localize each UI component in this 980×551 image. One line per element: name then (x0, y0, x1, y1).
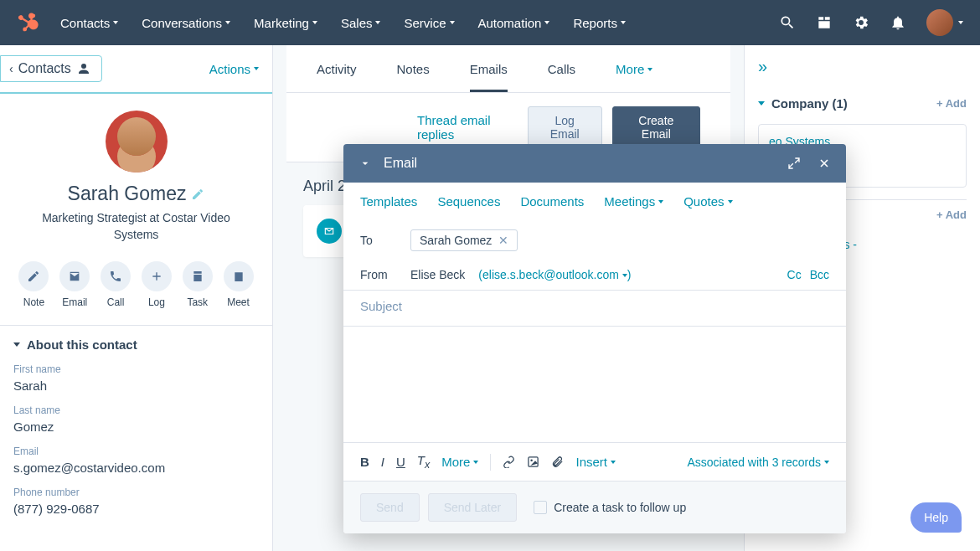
contact-action-row: Note Email Call Log Task Meet (0, 250, 272, 325)
compose-toolbar: Templates Sequences Documents Meetings Q… (343, 183, 846, 221)
activity-tabs: Activity Notes Emails Calls More (286, 45, 730, 93)
send-later-button[interactable]: Send Later (428, 493, 518, 522)
compose-header: Email (343, 144, 846, 183)
note-icon (27, 270, 40, 283)
breadcrumb-back[interactable]: ‹ Contacts (0, 55, 102, 82)
tab-activity[interactable]: Activity (317, 62, 357, 92)
to-row: To Sarah Gomez✕ (343, 221, 846, 260)
compose-title: Email (384, 156, 417, 171)
templates-tab[interactable]: Templates (360, 194, 417, 209)
help-button[interactable]: Help (910, 502, 962, 533)
from-email-dropdown[interactable]: (elise.s.beck@outlook.com ) (478, 268, 631, 281)
more-format-dropdown[interactable]: More (441, 455, 478, 469)
email-icon (68, 270, 81, 283)
contact-avatar[interactable] (106, 111, 168, 173)
send-button[interactable]: Send (360, 493, 420, 522)
edit-pencil-icon[interactable] (191, 188, 204, 201)
from-name[interactable]: Elise Beck (410, 268, 465, 281)
documents-tab[interactable]: Documents (520, 194, 584, 209)
log-email-button[interactable]: Log Email (528, 106, 602, 148)
user-menu-caret-icon[interactable] (958, 21, 963, 24)
note-button[interactable]: Note (18, 261, 49, 308)
nav-marketing[interactable]: Marketing (254, 16, 317, 30)
from-row: From Elise Beck (elise.s.beck@outlook.co… (343, 260, 846, 291)
close-icon[interactable] (818, 157, 831, 170)
email-value[interactable]: s.gomez@costarvideo.com (13, 461, 259, 475)
nav-reports[interactable]: Reports (573, 16, 626, 30)
cc-link[interactable]: Cc (787, 268, 802, 281)
search-icon[interactable] (779, 14, 796, 31)
followup-task-label: Create a task to follow up (554, 501, 686, 514)
field-label: Email (13, 445, 259, 457)
email-item-icon (317, 219, 342, 244)
company-section-header[interactable]: Company (1) + Add (758, 88, 967, 119)
tab-more[interactable]: More (616, 62, 652, 92)
contact-name: Sarah Gomez (68, 183, 205, 205)
attachment-icon[interactable] (551, 456, 564, 468)
image-icon[interactable] (527, 456, 539, 468)
sequences-tab[interactable]: Sequences (437, 194, 500, 209)
bold-button[interactable]: B (360, 455, 369, 469)
breadcrumb-label: Contacts (18, 61, 71, 76)
email-button[interactable]: Email (59, 261, 90, 308)
nav-conversations[interactable]: Conversations (142, 16, 230, 30)
task-button[interactable]: Task (183, 261, 213, 308)
notifications-bell-icon[interactable] (890, 14, 906, 31)
contact-profile: Sarah Gomez Marketing Strategist at Cost… (0, 94, 272, 250)
tab-emails[interactable]: Emails (470, 62, 508, 92)
calendar-icon (232, 270, 245, 283)
format-toolbar: B I U Tx More Insert Associated with 3 r… (343, 442, 846, 481)
add-deal-link[interactable]: + Add (936, 209, 967, 221)
last-name-value[interactable]: Gomez (13, 420, 259, 434)
collapse-icon[interactable]: » (758, 57, 967, 76)
nav-contacts[interactable]: Contacts (60, 16, 118, 30)
marketplace-icon[interactable] (816, 14, 833, 31)
user-avatar[interactable] (926, 9, 953, 36)
field-label: Phone number (13, 487, 259, 498)
actions-dropdown[interactable]: Actions (209, 62, 259, 76)
chevron-left-icon: ‹ (9, 62, 13, 75)
thread-replies-link[interactable]: Thread email replies (417, 113, 518, 142)
nav-automation[interactable]: Automation (478, 16, 550, 30)
clear-format-button[interactable]: Tx (417, 453, 430, 471)
insert-dropdown[interactable]: Insert (575, 455, 616, 469)
phone-value[interactable]: (877) 929-0687 (13, 502, 259, 516)
email-body-input[interactable] (343, 327, 846, 442)
send-bar: Send Send Later Create a task to follow … (343, 481, 846, 533)
meet-button[interactable]: Meet (224, 261, 254, 308)
log-button[interactable]: Log (142, 261, 172, 308)
first-name-value[interactable]: Sarah (13, 378, 259, 393)
add-company-link[interactable]: + Add (936, 97, 967, 110)
call-button[interactable]: Call (101, 261, 131, 308)
tab-notes[interactable]: Notes (397, 62, 430, 92)
recipient-chip[interactable]: Sarah Gomez✕ (410, 229, 518, 251)
remove-chip-icon[interactable]: ✕ (498, 234, 508, 247)
nav-service[interactable]: Service (404, 16, 454, 30)
about-header[interactable]: About this contact (13, 337, 259, 352)
settings-gear-icon[interactable] (853, 14, 869, 31)
link-icon[interactable] (503, 456, 515, 468)
person-icon (76, 61, 91, 76)
svg-rect-0 (529, 457, 538, 466)
meetings-tab[interactable]: Meetings (604, 194, 663, 209)
nav-sales[interactable]: Sales (341, 16, 381, 30)
bcc-link[interactable]: Bcc (810, 268, 829, 281)
hubspot-logo-icon[interactable] (17, 11, 40, 34)
field-label: First name (13, 363, 259, 375)
associated-records-dropdown[interactable]: Associated with 3 records (687, 456, 829, 469)
email-compose-modal: Email Templates Sequences Documents Meet… (343, 144, 846, 533)
followup-task-checkbox[interactable] (534, 501, 547, 514)
tab-calls[interactable]: Calls (548, 62, 575, 92)
divider (490, 454, 491, 471)
top-navigation: Contacts Conversations Marketing Sales S… (0, 0, 980, 45)
underline-button[interactable]: U (396, 455, 405, 469)
expand-icon[interactable] (787, 157, 801, 170)
minimize-chevron-icon[interactable] (358, 157, 372, 170)
log-plus-icon (150, 270, 163, 283)
create-email-button[interactable]: Create Email (612, 106, 700, 148)
subject-input[interactable]: Subject (360, 299, 402, 313)
contact-subtitle: Marketing Strategist at Costar Video Sys… (13, 210, 259, 243)
italic-button[interactable]: I (381, 455, 384, 469)
contact-sidebar: ‹ Contacts Actions Sarah Gomez Marketing… (0, 45, 273, 551)
quotes-tab[interactable]: Quotes (683, 194, 732, 209)
